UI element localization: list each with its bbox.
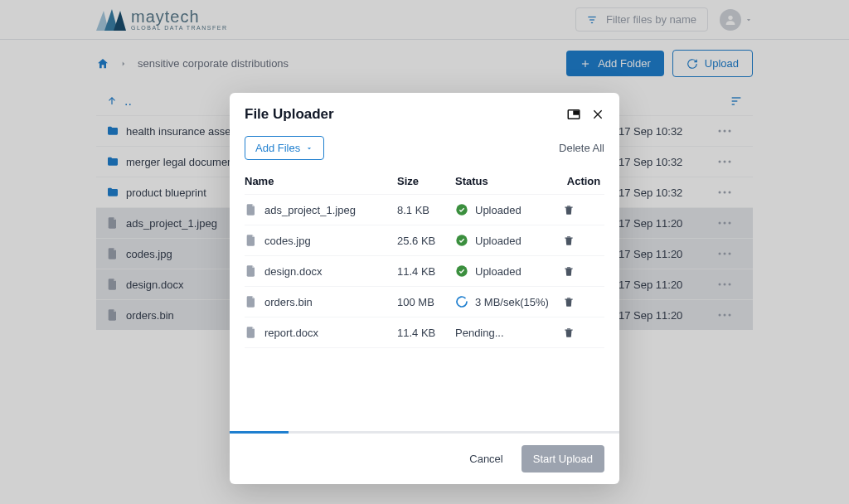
col-action: Action — [563, 175, 604, 187]
svg-rect-43 — [565, 269, 572, 269]
upload-file-size: 11.4 KB — [397, 327, 455, 339]
delete-row-button[interactable] — [563, 265, 604, 277]
add-files-button[interactable]: Add Files — [245, 136, 324, 160]
upload-file-name: codes.jpg — [264, 235, 311, 247]
uploader-table-head: Name Size Status Action — [245, 167, 604, 195]
upload-status-text: Uploaded — [475, 265, 522, 278]
check-icon — [455, 203, 468, 216]
upload-row: codes.jpg25.6 KBUploaded — [245, 225, 604, 256]
upload-file-size: 8.1 KB — [397, 204, 455, 216]
upload-progress-fill — [230, 431, 289, 434]
upload-file-size: 11.4 KB — [397, 265, 455, 278]
upload-status-text: Uploaded — [475, 235, 522, 247]
file-icon — [245, 234, 258, 247]
pip-icon[interactable] — [566, 107, 581, 122]
upload-status-text: Uploaded — [475, 204, 522, 216]
upload-file-size: 100 MB — [397, 296, 455, 308]
file-icon — [245, 295, 258, 308]
file-icon — [245, 326, 258, 339]
close-icon[interactable] — [591, 108, 604, 121]
svg-rect-41 — [565, 238, 572, 239]
upload-progress-bar — [230, 431, 619, 434]
svg-rect-35 — [574, 111, 578, 114]
upload-file-name: orders.bin — [264, 296, 313, 308]
spinner-icon — [455, 295, 468, 308]
upload-file-name: ads_project_1.jpeg — [264, 204, 356, 216]
svg-point-42 — [456, 265, 467, 276]
svg-point-38 — [456, 204, 467, 215]
delete-row-button[interactable] — [563, 327, 604, 338]
svg-rect-39 — [565, 207, 572, 208]
upload-row: report.docx11.4 KBPending... — [245, 317, 604, 348]
delete-row-button[interactable] — [563, 204, 604, 216]
svg-rect-44 — [565, 299, 572, 300]
upload-file-name: design.docx — [264, 265, 322, 278]
check-icon — [455, 234, 468, 247]
upload-status-text: Pending... — [455, 327, 504, 339]
upload-file-name: report.docx — [264, 327, 318, 339]
start-upload-button[interactable]: Start Upload — [522, 445, 604, 472]
upload-file-size: 25.6 KB — [397, 235, 455, 247]
upload-row: orders.bin100 MB3 MB/sek(15%) — [245, 287, 604, 317]
upload-row: ads_project_1.jpeg8.1 KBUploaded — [245, 195, 604, 225]
upload-status-text: 3 MB/sek(15%) — [475, 296, 549, 308]
delete-row-button[interactable] — [563, 235, 604, 246]
chevron-down-icon — [305, 144, 313, 153]
cancel-button[interactable]: Cancel — [459, 446, 512, 472]
modal-title: File Uploader — [245, 106, 334, 123]
check-icon — [455, 264, 468, 278]
col-size: Size — [397, 175, 455, 187]
col-name: Name — [245, 175, 397, 187]
col-status: Status — [455, 175, 563, 187]
delete-all-button[interactable]: Delete All — [559, 142, 604, 154]
svg-rect-45 — [565, 330, 572, 331]
file-uploader-modal: File Uploader Add Files Delete All Name … — [230, 93, 619, 484]
file-icon — [245, 203, 258, 216]
upload-row: design.docx11.4 KBUploaded — [245, 256, 604, 287]
svg-point-40 — [456, 235, 467, 245]
modal-backdrop: File Uploader Add Files Delete All Name … — [0, 0, 849, 504]
file-icon — [245, 264, 258, 278]
delete-row-button[interactable] — [563, 296, 604, 308]
